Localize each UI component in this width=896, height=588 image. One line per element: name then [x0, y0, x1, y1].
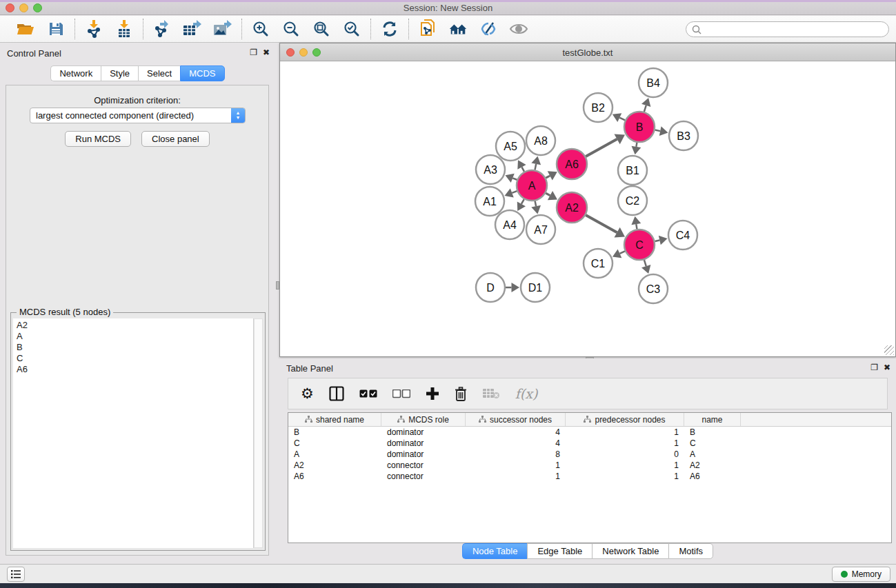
delete-table-icon[interactable] — [482, 384, 500, 403]
edge-C-C3[interactable] — [644, 260, 646, 266]
graph-node-D[interactable]: D — [476, 273, 505, 302]
tab-edge-table[interactable]: Edge Table — [527, 543, 592, 559]
graph-node-A7[interactable]: A7 — [526, 215, 555, 244]
graph-node-B3[interactable]: B3 — [669, 121, 698, 150]
refresh-icon[interactable] — [380, 19, 399, 39]
edge-A2-C[interactable] — [586, 215, 617, 232]
edge-B-B1[interactable] — [636, 143, 637, 147]
column-header-shared-name[interactable]: shared name — [288, 413, 381, 426]
table-row[interactable]: Adominator80A — [288, 449, 891, 460]
edge-A-A4[interactable] — [521, 199, 524, 204]
search-input[interactable] — [701, 25, 883, 34]
network-graph[interactable]: B4B2BB3A5A8A6A3B1AC2A1A2A4A7C4CC1C3DD1 — [280, 61, 895, 356]
graph-node-B2[interactable]: B2 — [584, 93, 613, 122]
add-column-icon[interactable] — [426, 384, 439, 403]
search-field[interactable] — [686, 21, 889, 37]
table-row[interactable]: A2connector11A2 — [288, 460, 891, 471]
edge-B-B2[interactable] — [619, 118, 625, 121]
result-item[interactable]: B — [17, 342, 253, 353]
window-resize-grip[interactable] — [884, 345, 894, 355]
memory-button[interactable]: Memory — [832, 567, 890, 582]
graph-node-A8[interactable]: A8 — [526, 126, 555, 155]
graph-node-A4[interactable]: A4 — [495, 210, 524, 239]
graph-node-C1[interactable]: C1 — [584, 249, 613, 278]
edge-A-A1[interactable] — [512, 191, 517, 193]
close-panel-button[interactable]: Close panel — [141, 131, 210, 147]
graph-node-B[interactable]: B — [624, 112, 655, 142]
first-neighbors-icon[interactable] — [448, 19, 468, 39]
graph-node-C2[interactable]: C2 — [618, 186, 647, 215]
column-header-successor-nodes[interactable]: successor nodes — [466, 413, 566, 426]
export-table-icon[interactable] — [183, 19, 202, 39]
node-table[interactable]: shared nameMCDS rolesuccessor nodesprede… — [288, 412, 892, 543]
edge-C-C2[interactable] — [636, 224, 637, 229]
zoom-in-icon[interactable] — [251, 19, 270, 39]
graph-node-A5[interactable]: A5 — [496, 132, 525, 161]
tab-mcds[interactable]: MCDS — [180, 65, 224, 81]
table-row[interactable]: Bdominator41B — [288, 427, 891, 438]
new-session-from-network-icon[interactable] — [418, 19, 437, 39]
edge-A-A8[interactable] — [535, 164, 537, 170]
table-float-panel-icon[interactable]: ❐ — [870, 363, 878, 372]
table-close-panel-icon[interactable]: ✖ — [884, 363, 890, 372]
criterion-dropdown[interactable]: largest connected component (directed) ▲… — [30, 108, 246, 123]
graph-node-A[interactable]: A — [517, 170, 547, 201]
result-item[interactable]: A — [17, 331, 253, 342]
save-icon[interactable] — [46, 19, 66, 39]
tab-motifs[interactable]: Motifs — [668, 543, 713, 559]
tab-select[interactable]: Select — [138, 65, 180, 81]
edge-A-A5[interactable] — [521, 167, 524, 171]
export-network-icon[interactable] — [152, 19, 172, 39]
tab-style[interactable]: Style — [101, 65, 138, 81]
tab-node-table[interactable]: Node Table — [462, 543, 528, 559]
zoom-selected-icon[interactable] — [342, 19, 361, 39]
edge-A-A7[interactable] — [535, 201, 537, 207]
result-item[interactable]: A2 — [17, 320, 253, 331]
mcds-result-list[interactable]: A2ABCA6 — [13, 318, 254, 548]
close-panel-icon[interactable]: ✖ — [263, 48, 270, 57]
graph-node-C[interactable]: C — [624, 230, 655, 260]
deselect-all-checkboxes-icon[interactable] — [392, 384, 410, 403]
result-item[interactable]: C — [17, 353, 253, 364]
column-header-predecessor-nodes[interactable]: predecessor nodes — [566, 413, 684, 426]
graph-node-A1[interactable]: A1 — [475, 187, 504, 216]
tab-network-table[interactable]: Network Table — [592, 543, 668, 559]
graph-node-B4[interactable]: B4 — [639, 68, 668, 97]
network-canvas[interactable]: B4B2BB3A5A8A6A3B1AC2A1A2A4A7C4CC1C3DD1 — [280, 61, 895, 356]
network-window-titlebar[interactable]: testGlobe.txt — [280, 43, 895, 61]
graph-node-C4[interactable]: C4 — [668, 221, 697, 250]
table-row[interactable]: Cdominator41C — [288, 438, 891, 449]
edge-A6-B[interactable] — [586, 139, 617, 156]
edge-B-B4[interactable] — [644, 105, 646, 112]
function-builder-icon[interactable]: f(x) — [515, 386, 538, 401]
export-image-icon[interactable] — [213, 19, 232, 39]
edge-A-A6[interactable] — [546, 176, 550, 178]
show-hide-eye-icon[interactable] — [509, 19, 528, 39]
network-vertical-scroll-thumb[interactable] — [276, 281, 279, 290]
result-list-scrollbar[interactable] — [254, 318, 263, 548]
tab-network[interactable]: Network — [50, 65, 101, 81]
run-mcds-button[interactable]: Run MCDS — [65, 131, 131, 147]
table-settings-gear-icon[interactable]: ⚙ — [301, 384, 314, 403]
zoom-out-icon[interactable] — [281, 19, 301, 39]
graph-node-C3[interactable]: C3 — [639, 274, 668, 303]
edge-A-A3[interactable] — [512, 178, 517, 179]
import-network-icon[interactable] — [84, 19, 103, 39]
zoom-fit-icon[interactable] — [312, 19, 331, 39]
table-row[interactable]: A6connector11A6 — [288, 471, 891, 482]
import-table-icon[interactable] — [115, 19, 134, 39]
task-history-button[interactable] — [7, 567, 25, 582]
edge-C-C1[interactable] — [619, 251, 625, 253]
select-all-checkboxes-icon[interactable] — [359, 384, 377, 403]
hide-annotations-icon[interactable] — [479, 19, 498, 39]
graph-node-A3[interactable]: A3 — [476, 155, 505, 184]
column-selector-icon[interactable] — [329, 384, 344, 403]
graph-node-A2[interactable]: A2 — [557, 192, 587, 223]
open-folder-icon[interactable] — [16, 19, 35, 39]
edge-A-A2[interactable] — [546, 193, 550, 195]
edge-C-C4[interactable] — [655, 240, 659, 241]
graph-node-A6[interactable]: A6 — [557, 149, 587, 179]
column-header-name[interactable]: name — [684, 413, 741, 426]
float-panel-icon[interactable]: ❐ — [250, 48, 257, 57]
delete-column-trash-icon[interactable] — [455, 384, 467, 403]
